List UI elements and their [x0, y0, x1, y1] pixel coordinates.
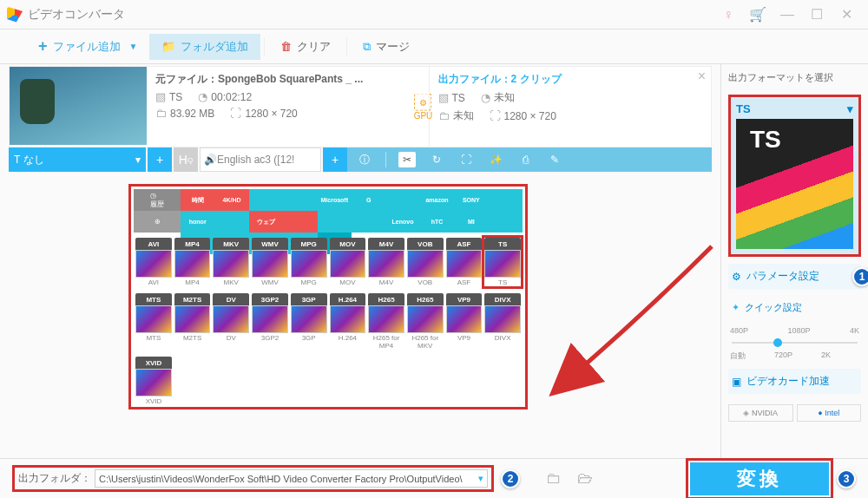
account-icon[interactable]: ♀	[713, 7, 743, 23]
brand-tab[interactable]: 時間	[181, 189, 214, 211]
cut-icon[interactable]: ✂	[398, 152, 416, 167]
brand-tab[interactable]	[489, 189, 523, 211]
format-h.264[interactable]: H.264H.264	[330, 293, 366, 350]
quick-settings: ✦ クイック設定	[728, 296, 861, 319]
video-thumbnail[interactable]	[10, 67, 147, 145]
brand-tab[interactable]: Lenovo	[385, 211, 419, 233]
main-toolbar: + ファイル追加 ▼ 📁 フォルダ追加 🗑 クリア ⧉ マージ	[0, 29, 868, 64]
add-file-label: ファイル追加	[53, 39, 121, 55]
convert-button[interactable]: 変換	[690, 462, 829, 495]
add-folder-label: フォルダ追加	[181, 39, 248, 55]
quick-labels-bottom: 自動720P2K	[728, 351, 861, 362]
brand-tab[interactable]: Microsoft	[318, 189, 352, 211]
brand-tab[interactable]: hTC	[420, 211, 454, 233]
brand-tab[interactable]	[283, 211, 317, 233]
output-folder-path[interactable]: C:\Users\justin\Videos\WonderFox Soft\HD…	[95, 469, 488, 488]
separator	[264, 37, 265, 56]
brand-tab[interactable]	[249, 189, 283, 211]
output-format-header: 出力フォーマットを選択	[728, 71, 861, 84]
format-wmv[interactable]: WMVWMV	[252, 238, 288, 286]
browse-icon[interactable]: 🗁	[577, 469, 593, 488]
caret-down-icon: ▾	[847, 102, 853, 115]
separator	[346, 37, 347, 56]
add-folder-button[interactable]: 📁 フォルダ追加	[149, 34, 260, 60]
maximize-button[interactable]: ☐	[802, 6, 832, 23]
format-panel: ◷履歴 ⊕ 時間4K/HDMicrosoftGamazonSONYhonorウェ…	[128, 184, 528, 410]
plus-icon: +	[38, 37, 48, 56]
format-web-tab[interactable]: ⊕	[134, 211, 181, 233]
folder-size-icon: 🗀	[155, 107, 167, 120]
format-h265-for-mp4[interactable]: H265H265 for MP4	[368, 293, 404, 350]
format-vp9[interactable]: VP9VP9	[446, 293, 483, 350]
brand-tab[interactable]	[283, 189, 317, 211]
format-m2ts[interactable]: M2TSM2TS	[174, 293, 211, 350]
brand-tab[interactable]: MI	[454, 211, 488, 233]
annotation-arrow	[556, 238, 729, 396]
brand-tab[interactable]: amazon	[420, 189, 454, 211]
format-mpg[interactable]: MPGMPG	[291, 238, 327, 286]
close-button[interactable]: ✕	[832, 6, 861, 23]
brand-tab[interactable]: 4K/HD	[214, 189, 248, 211]
subtitle-select[interactable]: T なし ▾	[9, 147, 146, 172]
format-mp4[interactable]: MP4MP4	[174, 238, 211, 286]
brand-tab[interactable]: ウェブ	[249, 211, 283, 233]
format-avi[interactable]: AVIAVI	[135, 238, 172, 286]
brand-tab[interactable]	[385, 189, 419, 211]
info-icon[interactable]: ⓘ	[356, 153, 373, 167]
intel-chip[interactable]: ● Intel	[797, 404, 862, 422]
app-title: ビデオコンバータ	[28, 7, 125, 23]
rotate-icon[interactable]: ↻	[428, 154, 445, 166]
quick-labels-top: 480P1080P4K	[728, 326, 861, 335]
sliders-icon: ⚙	[732, 271, 741, 283]
format-ts[interactable]: TSTS	[484, 238, 521, 286]
nvidia-chip[interactable]: ◈ NVIDIA	[728, 404, 793, 422]
brand-tabs: 時間4K/HDMicrosoftGamazonSONYhonorウェブLenov…	[181, 189, 523, 233]
format-3gp[interactable]: 3GP3GP	[291, 293, 327, 350]
brand-tab[interactable]: SONY	[454, 189, 488, 211]
format-vob[interactable]: VOBVOB	[407, 238, 444, 286]
add-audio-button[interactable]: +	[323, 147, 347, 172]
merge-button[interactable]: ⧉ マージ	[351, 34, 422, 60]
open-folder-icon[interactable]: 🗀	[546, 469, 562, 488]
output-format-card[interactable]: TS▾ TS	[728, 95, 861, 257]
format-history-tab[interactable]: ◷履歴	[134, 189, 181, 211]
quick-slider[interactable]	[732, 342, 858, 344]
slider-thumb[interactable]	[773, 338, 782, 347]
audio-value: English ac3 ([12!	[217, 154, 294, 166]
caret-down-icon: ▾	[478, 473, 483, 484]
folder-icon: 📁	[161, 40, 175, 53]
format-mov[interactable]: MOVMOV	[330, 238, 366, 286]
format-h265-for-mkv[interactable]: H265H265 for MKV	[407, 293, 444, 350]
hq-button[interactable]: HQ	[174, 147, 198, 172]
format-m4v[interactable]: M4VM4V	[368, 238, 404, 286]
minimize-button[interactable]: —	[773, 7, 802, 23]
edit-icon[interactable]: ✎	[546, 154, 563, 166]
brand-tab[interactable]: honor	[181, 211, 214, 233]
clear-button[interactable]: 🗑 クリア	[268, 34, 343, 60]
format-mkv[interactable]: MKVMKV	[213, 238, 249, 286]
effects-icon[interactable]: ✨	[487, 154, 504, 166]
format-mts[interactable]: MTSMTS	[135, 293, 172, 350]
format-dv[interactable]: DVDV	[213, 293, 249, 350]
brand-tab[interactable]	[214, 211, 248, 233]
gpu-accel-button[interactable]: ▣ ビデオカード加速	[728, 369, 861, 394]
subtitle-icon: T	[14, 154, 20, 166]
crop-icon[interactable]: ⛶	[457, 154, 475, 166]
brand-tab[interactable]	[318, 211, 352, 233]
watermark-icon[interactable]: ⎙	[516, 154, 534, 166]
format-divx[interactable]: DIVXDIVX	[484, 293, 521, 350]
cart-icon[interactable]: 🛒	[743, 6, 773, 23]
audio-select[interactable]: 🔊 English ac3 ([12!	[200, 147, 321, 172]
brand-tab[interactable]	[489, 211, 523, 233]
caret-down-icon: ▾	[135, 154, 141, 166]
brand-tab[interactable]: G	[352, 189, 385, 211]
brand-tab[interactable]	[352, 211, 385, 233]
add-subtitle-button[interactable]: +	[148, 147, 172, 172]
remove-file-button[interactable]: ×	[698, 69, 706, 84]
format-xvid[interactable]: XVIDXVID	[135, 357, 172, 405]
add-file-button[interactable]: + ファイル追加 ▼	[26, 32, 149, 61]
gpu-chip[interactable]: ⚙ GPU	[414, 94, 433, 121]
parameter-settings-button[interactable]: ⚙ パラメータ設定 1	[728, 264, 861, 289]
format-3gp2[interactable]: 3GP23GP2	[252, 293, 288, 350]
format-asf[interactable]: ASFASF	[446, 238, 483, 286]
